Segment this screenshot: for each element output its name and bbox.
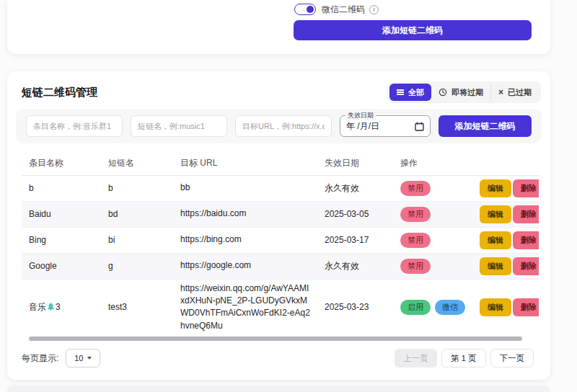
cell-url: https://google.com — [173, 253, 317, 279]
cell-entry-name: Google — [22, 253, 101, 279]
per-page-label: 每页显示: — [22, 352, 58, 365]
next-card-top-edge — [7, 386, 550, 392]
table-row: b b bb 永久有效 禁用 编辑 删除 二维码 — [22, 175, 539, 201]
calendar-icon — [415, 122, 424, 131]
entry-name-input[interactable] — [26, 115, 123, 137]
scrollbar-thumb[interactable] — [29, 337, 522, 341]
tab-expired[interactable]: × 已过期 — [490, 84, 539, 101]
wechat-qr-toggle[interactable] — [294, 4, 316, 15]
filter-tabs: 全部 即将过期 × 已过期 — [387, 81, 541, 103]
table-row: 音乐3 test3 https://weixin.qq.com/g/AwYAAM… — [22, 279, 539, 332]
table-row: Bing bi https://bing.com 2025-03-17 禁用 编… — [22, 227, 539, 253]
cell-url: https://weixin.qq.com/g/AwYAAMIxdXHuN-pN… — [173, 279, 317, 332]
row-actions: 编辑 删除 二维码 — [480, 205, 539, 223]
add-shortlink-qr-button[interactable]: 添加短链二维码 — [294, 20, 532, 40]
cell-shortlink: bi — [101, 227, 173, 253]
tree-icon — [47, 303, 55, 311]
per-page-value: 10 — [74, 354, 83, 362]
add-form-card: 微信二维码 i 添加短链二维码 — [7, 0, 550, 54]
cell-entry-name: b — [22, 175, 101, 201]
status-badge[interactable]: 禁用 — [400, 259, 431, 274]
cell-expiry: 2025-03-17 — [317, 227, 393, 253]
current-page-indicator: 第 1 页 — [441, 349, 486, 368]
tab-expiring-soon[interactable]: 即将过期 — [431, 84, 490, 101]
cell-url: https://bing.com — [173, 227, 317, 253]
chevron-down-icon — [87, 357, 92, 360]
tab-all[interactable]: 全部 — [389, 84, 431, 101]
cell-shortlink: test3 — [101, 279, 173, 332]
cell-url: https://baidu.com — [173, 201, 317, 227]
cell-expiry: 2025-03-23 — [317, 279, 393, 332]
cell-expiry: 永久有效 — [317, 175, 393, 201]
delete-button[interactable]: 删除 — [513, 257, 539, 275]
edit-button[interactable]: 编辑 — [480, 298, 511, 316]
col-actions: 操作 — [393, 152, 472, 175]
row-actions: 编辑 删除 二维码 — [480, 231, 539, 249]
next-page-button[interactable]: 下一页 — [490, 349, 534, 368]
cell-entry-name: Baidu — [22, 201, 101, 227]
col-shortlink: 短链名 — [101, 152, 173, 175]
expiry-date-label: 失效日期 — [345, 111, 376, 120]
clock-icon — [439, 88, 447, 97]
expiry-date-input[interactable]: 失效日期 年 /月/日 — [340, 115, 431, 137]
status-badge[interactable]: 禁用 — [400, 181, 431, 196]
col-buttons — [472, 152, 539, 175]
delete-button[interactable]: 删除 — [513, 179, 539, 197]
shortlink-name-input[interactable] — [131, 115, 227, 137]
page-title: 短链二维码管理 — [22, 86, 97, 99]
card-footer: 每页显示: 10 上一页 第 1 页 下一页 — [22, 348, 534, 368]
delete-button[interactable]: 删除 — [513, 298, 539, 316]
horizontal-scrollbar — [22, 337, 536, 341]
pagination: 上一页 第 1 页 下一页 — [395, 349, 534, 368]
expiry-date-value: 年 /月/日 — [346, 120, 379, 133]
cell-shortlink: g — [101, 253, 173, 279]
status-badge[interactable]: 禁用 — [400, 207, 431, 222]
edit-button[interactable]: 编辑 — [480, 231, 511, 249]
add-shortlink-qr-button-2[interactable]: 添加短链二维码 — [439, 115, 532, 137]
delete-button[interactable]: 删除 — [513, 231, 539, 249]
cell-expiry: 永久有效 — [317, 253, 393, 279]
per-page-select[interactable]: 10 — [66, 349, 100, 368]
x-icon: × — [498, 88, 503, 97]
toggle-knob — [307, 6, 314, 13]
wechat-badge: 微信 — [435, 300, 465, 315]
status-badge[interactable]: 禁用 — [400, 233, 431, 248]
tab-all-label: 全部 — [408, 87, 424, 98]
table-header-row: 条目名称 短链名 目标 URL 失效日期 操作 — [22, 152, 539, 175]
qr-table-container: 条目名称 短链名 目标 URL 失效日期 操作 b b bb 永久有效 禁用 — [22, 152, 539, 332]
entry-name-text: 音乐 — [29, 302, 46, 312]
wechat-toggle-label: 微信二维码 — [322, 4, 365, 16]
table-row: Baidu bd https://baidu.com 2025-03-05 禁用… — [22, 201, 539, 227]
info-icon[interactable]: i — [369, 5, 379, 14]
table-row: Google g https://google.com 永久有效 禁用 编辑 删… — [22, 253, 539, 279]
cell-entry-name: 音乐3 — [22, 279, 101, 332]
col-entry-name: 条目名称 — [22, 152, 101, 175]
entry-name-text: 3 — [56, 302, 61, 312]
row-actions: 编辑 删除 二维码 — [480, 298, 539, 316]
status-badge[interactable]: 启用 — [400, 300, 431, 315]
row-actions: 编辑 删除 二维码 — [480, 179, 539, 197]
card-header: 短链二维码管理 全部 即将过期 × 已过期 — [22, 81, 541, 103]
col-target-url: 目标 URL — [173, 152, 317, 175]
qr-table: 条目名称 短链名 目标 URL 失效日期 操作 b b bb 永久有效 禁用 — [22, 152, 539, 332]
wechat-toggle-row: 微信二维码 i — [294, 3, 379, 16]
qr-manager-card: 短链二维码管理 全部 即将过期 × 已过期 失 — [7, 71, 550, 380]
col-expiry: 失效日期 — [317, 152, 393, 175]
cell-shortlink: b — [101, 175, 173, 201]
cell-url: bb — [173, 175, 317, 201]
row-actions: 编辑 删除 二维码 — [480, 257, 539, 275]
target-url-input[interactable] — [235, 115, 332, 137]
menu-icon — [397, 92, 404, 93]
cell-entry-name: Bing — [22, 227, 101, 253]
prev-page-button[interactable]: 上一页 — [395, 349, 437, 368]
filter-bar: 失效日期 年 /月/日 添加短链二维码 — [16, 109, 542, 143]
tab-expired-label: 已过期 — [508, 87, 532, 98]
cell-expiry: 2025-03-05 — [317, 201, 393, 227]
edit-button[interactable]: 编辑 — [480, 179, 511, 197]
edit-button[interactable]: 编辑 — [480, 205, 511, 223]
edit-button[interactable]: 编辑 — [480, 257, 511, 275]
cell-shortlink: bd — [101, 201, 173, 227]
tab-expiring-label: 即将过期 — [452, 87, 483, 98]
per-page-control: 每页显示: 10 — [22, 349, 100, 368]
delete-button[interactable]: 删除 — [513, 205, 539, 223]
